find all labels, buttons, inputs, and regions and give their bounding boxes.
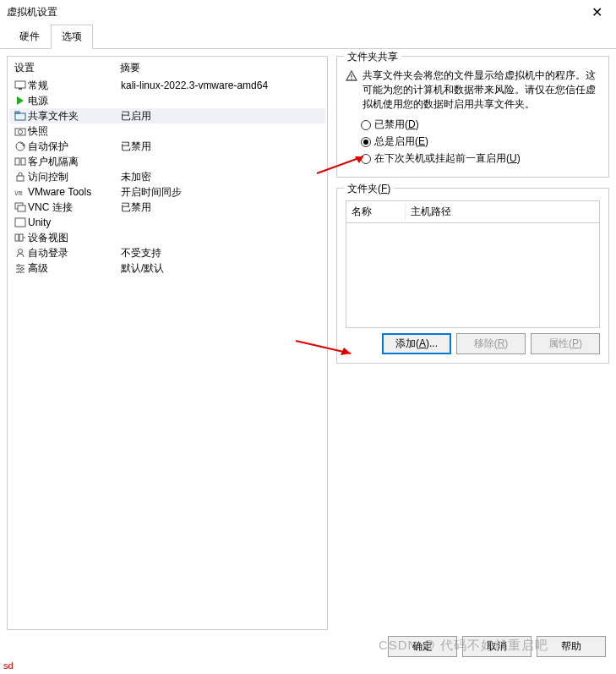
svg-point-27 [351,78,352,79]
radio-always-enabled[interactable]: 总是启用(E) [361,134,600,149]
power-icon [13,96,28,106]
settings-row-name: 共享文件夹 [28,109,121,123]
settings-row-name: Unity [28,216,121,228]
settings-row-summary: 开启时间同步 [121,185,322,200]
settings-panel: 设置 摘要 常规kali-linux-2022.3-vmware-amd64电源… [7,56,328,630]
radio-icon [361,154,371,164]
settings-row[interactable]: 电源 [9,93,325,108]
add-button[interactable]: 添加(A)... [382,333,451,354]
settings-row-name: 快照 [28,124,121,139]
svg-rect-15 [15,218,25,227]
folders-col-path[interactable]: 主机路径 [406,203,599,221]
monitor-icon [13,80,28,90]
folders-group: 文件夹(F) 名称 主机路径 添加(A)... 移除(R) 属性(P) [336,188,609,364]
header-col-setting: 设置 [14,61,120,75]
settings-row[interactable]: 共享文件夹已启用 [9,108,325,123]
warning-row: 共享文件夹会将您的文件显示给虚拟机中的程序。这可能为您的计算机和数据带来风险。请… [346,68,600,111]
svg-point-25 [19,271,21,274]
properties-button: 属性(P) [531,333,600,354]
settings-row-name: 电源 [28,94,121,108]
header-col-summary: 摘要 [120,61,320,75]
cancel-button[interactable]: 取消 [462,636,532,657]
isolation-icon [13,156,28,167]
right-panel: 文件夹共享 共享文件夹会将您的文件显示给虚拟机中的程序。这可能为您的计算机和数据… [336,56,609,630]
settings-row[interactable]: 访问控制未加密 [9,169,325,184]
folder-sharing-title: 文件夹共享 [344,50,401,64]
tabs: 硬件 选项 [0,24,616,49]
vnc-icon [13,202,28,212]
settings-row-summary: 不受支持 [121,246,322,260]
content-area: 设置 摘要 常规kali-linux-2022.3-vmware-amd64电源… [0,49,616,637]
svg-rect-9 [15,158,19,165]
radio-icon [361,137,371,147]
folders-col-name[interactable]: 名称 [346,203,406,221]
close-icon[interactable]: ✕ [585,4,609,20]
settings-row[interactable]: 自动保护已禁用 [9,139,325,154]
settings-row[interactable]: 设备视图 [9,230,325,245]
radio-until-next[interactable]: 在下次关机或挂起前一直启用(U) [361,151,600,166]
svg-rect-16 [15,234,19,241]
settings-row[interactable]: 自动登录不受支持 [9,245,325,260]
remove-button: 移除(R) [456,333,526,354]
settings-row-name: 设备视图 [28,231,121,245]
autologin-icon [13,248,28,258]
svg-rect-0 [15,81,25,88]
radio-until-next-label: 在下次关机或挂起前一直启用(U) [374,151,521,166]
folders-list-header: 名称 主机路径 [346,201,599,223]
svg-rect-14 [18,205,25,211]
settings-row-summary: 已禁用 [121,140,322,154]
titlebar: 虚拟机设置 ✕ [0,0,616,24]
svg-point-19 [19,249,23,254]
tab-options[interactable]: 选项 [51,25,93,49]
settings-row-name: 自动保护 [28,140,121,154]
settings-row[interactable]: vmVMware Tools开启时间同步 [9,184,325,200]
svg-text:vm: vm [14,189,23,197]
radio-always-label: 总是启用(E) [374,134,428,149]
settings-row-name: 高级 [28,261,121,276]
ok-button[interactable]: 确定 [388,636,457,657]
svg-rect-3 [15,113,25,120]
folders-title: 文件夹(F) [344,182,394,196]
appliance-icon [13,233,28,243]
warning-icon [346,70,357,111]
warning-text: 共享文件夹会将您的文件显示给虚拟机中的程序。这可能为您的计算机和数据带来风险。请… [363,68,600,111]
unity-icon [13,217,28,227]
svg-rect-4 [15,112,19,113]
settings-row-summary: 未加密 [121,170,322,184]
settings-row[interactable]: 客户机隔离 [9,154,325,169]
folder-sharing-group: 文件夹共享 共享文件夹会将您的文件显示给虚拟机中的程序。这可能为您的计算机和数据… [336,56,609,178]
settings-row[interactable]: Unity [9,215,325,230]
settings-row-name: 常规 [28,79,121,93]
snapshot-icon [13,126,28,136]
radio-icon [361,120,371,130]
settings-row[interactable]: VNC 连接已禁用 [9,200,325,215]
settings-row-name: VNC 连接 [28,200,121,215]
settings-row-summary: kali-linux-2022.3-vmware-amd64 [121,79,322,91]
settings-row[interactable]: 常规kali-linux-2022.3-vmware-amd64 [9,78,325,93]
advanced-icon [13,263,28,273]
vmtools-icon: vm [13,187,28,197]
list-header: 设置 摘要 [9,58,325,78]
settings-row-name: 自动登录 [28,246,121,260]
settings-row-name: 访问控制 [28,170,121,184]
svg-point-6 [19,130,23,134]
settings-row-summary: 已禁用 [121,200,322,215]
autoprotect-icon [13,141,28,151]
window-title: 虚拟机设置 [7,5,57,19]
folder-buttons: 添加(A)... 移除(R) 属性(P) [346,333,600,354]
settings-row-summary: 默认/默认 [121,261,322,276]
help-button[interactable]: 帮助 [537,636,606,657]
settings-list: 常规kali-linux-2022.3-vmware-amd64电源共享文件夹已… [9,78,325,276]
folders-list[interactable]: 名称 主机路径 [346,200,600,328]
stray-text: sd [3,660,14,671]
svg-marker-2 [17,96,24,105]
dialog-buttons: 确定 取消 帮助 [388,636,606,657]
svg-point-21 [18,265,20,267]
tab-hardware[interactable]: 硬件 [8,25,51,49]
shared-folder-icon [13,111,28,121]
access-icon [13,172,28,182]
settings-row[interactable]: 快照 [9,123,325,139]
settings-row[interactable]: 高级默认/默认 [9,260,325,276]
svg-rect-1 [19,88,22,90]
radio-disabled[interactable]: 已禁用(D) [361,118,600,132]
